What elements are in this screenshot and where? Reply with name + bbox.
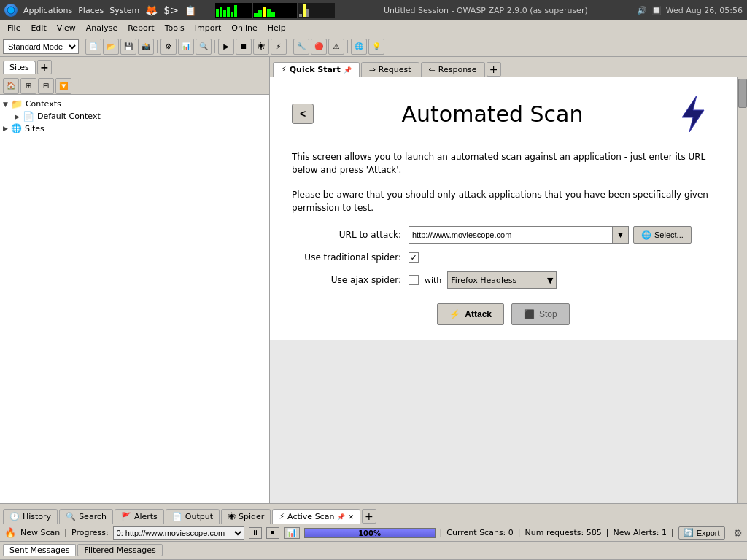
tab-alerts[interactable]: 🚩 Alerts bbox=[115, 509, 164, 524]
tab-search[interactable]: 🔍 Search bbox=[59, 509, 113, 524]
menu-report[interactable]: Report bbox=[123, 22, 158, 34]
response-label: Response bbox=[438, 65, 477, 74]
sent-messages-tab[interactable]: Sent Messages bbox=[3, 544, 76, 556]
top-bar-left: Applications Places System 🦊 $> 📋 bbox=[4, 4, 196, 17]
tab-spider[interactable]: 🕷 Spider bbox=[221, 509, 271, 524]
progress-sep-3: | bbox=[518, 528, 521, 537]
options-btn[interactable]: 🔧 bbox=[293, 39, 309, 55]
session-props-btn[interactable]: ⚙ bbox=[160, 39, 177, 55]
tree-sites[interactable]: ▶ 🌐 Sites bbox=[3, 122, 266, 134]
places-menu[interactable]: Places bbox=[78, 6, 104, 15]
ajax-spider-checkbox[interactable] bbox=[409, 275, 419, 285]
contexts-folder-icon: 📁 bbox=[11, 98, 23, 109]
stop-btn-label: Stop bbox=[539, 309, 557, 319]
tab-history[interactable]: 🕐 History bbox=[3, 509, 58, 524]
ajax-spider-btn[interactable]: ⚡ bbox=[271, 39, 287, 55]
home-btn[interactable]: 🏠 bbox=[3, 78, 19, 94]
pause-btn[interactable]: ⏸ bbox=[249, 527, 262, 539]
scrollbar-thumb[interactable] bbox=[738, 79, 747, 108]
active-scan-btn[interactable]: ▶ bbox=[218, 39, 234, 55]
tab-active-scan[interactable]: ⚡ Active Scan 📌 ✕ bbox=[272, 509, 360, 524]
output-label: Output bbox=[185, 512, 213, 521]
applications-menu[interactable]: Applications bbox=[23, 6, 72, 15]
default-context-expand-icon: ▶ bbox=[15, 113, 20, 120]
traditional-spider-row: Use traditional spider: bbox=[292, 252, 715, 262]
traditional-spider-checkbox[interactable] bbox=[409, 252, 419, 262]
new-session-btn[interactable]: 📄 bbox=[85, 39, 101, 55]
progress-sep-5: | bbox=[671, 528, 674, 537]
app-icon bbox=[4, 4, 18, 17]
snapshot-btn[interactable]: 📸 bbox=[138, 39, 154, 55]
scan-policy-btn[interactable]: 🔍 bbox=[196, 39, 212, 55]
zap-btn[interactable]: 💡 bbox=[368, 39, 384, 55]
select-button[interactable]: 🌐 Select... bbox=[633, 226, 692, 244]
expand-btn[interactable]: ⊞ bbox=[20, 78, 36, 94]
tree-default-context[interactable]: ▶ 📄 Default Context bbox=[15, 110, 266, 122]
menu-file[interactable]: File bbox=[3, 22, 25, 34]
menu-edit[interactable]: Edit bbox=[26, 22, 50, 34]
active-scan-label: Active Scan bbox=[287, 512, 334, 521]
tree-contexts[interactable]: ▼ 📁 Contexts bbox=[3, 98, 266, 110]
browser-select[interactable]: Firefox Headless ▼ bbox=[447, 271, 557, 289]
filtered-messages-tab[interactable]: Filtered Messages bbox=[77, 544, 162, 556]
url-input[interactable] bbox=[409, 226, 613, 244]
new-scan-btn[interactable]: New Scan bbox=[20, 528, 60, 537]
sites-tab[interactable]: Sites bbox=[3, 61, 36, 74]
spider-btn[interactable]: 🕷 bbox=[253, 39, 269, 55]
add-right-tab-btn[interactable]: + bbox=[487, 62, 501, 77]
menu-view[interactable]: View bbox=[53, 22, 80, 34]
tab-output[interactable]: 📄 Output bbox=[166, 509, 220, 524]
quick-start-pin-icon: 📌 bbox=[344, 66, 352, 74]
mode-select[interactable]: Standard Mode Safe Mode Protected Mode bbox=[3, 39, 79, 54]
export-button[interactable]: 🔄 Export bbox=[678, 526, 725, 540]
attack-btn-label: Attack bbox=[465, 309, 492, 319]
context-btn[interactable]: 📊 bbox=[178, 39, 194, 55]
scan-url-select[interactable]: 0: http://www.moviescope.com bbox=[113, 526, 244, 540]
right-scrollbar[interactable] bbox=[737, 77, 747, 503]
menu-online[interactable]: Online bbox=[227, 22, 261, 34]
tab-request[interactable]: ⇒ Request bbox=[361, 62, 419, 77]
history-label: History bbox=[23, 512, 51, 521]
collapse-btn[interactable]: ⊟ bbox=[38, 78, 54, 94]
system-menu[interactable]: System bbox=[109, 6, 139, 15]
menu-import[interactable]: Import bbox=[190, 22, 226, 34]
tab-quick-start[interactable]: ⚡ Quick Start 📌 bbox=[273, 62, 360, 77]
active-scan-close-icon[interactable]: ✕ bbox=[348, 513, 354, 521]
menu-help[interactable]: Help bbox=[263, 22, 290, 34]
progress-bar-row: 🔥 New Scan | Progress: 0: http://www.mov… bbox=[0, 524, 747, 542]
save-session-btn[interactable]: 💾 bbox=[120, 39, 136, 55]
files-icon[interactable]: 📋 bbox=[185, 5, 196, 16]
progress-track: 100% bbox=[304, 528, 436, 538]
add-bottom-tab-btn[interactable]: + bbox=[362, 509, 376, 524]
menu-tools[interactable]: Tools bbox=[160, 22, 189, 34]
alerts-btn[interactable]: ⚠ bbox=[328, 39, 344, 55]
firefox-icon[interactable]: 🦊 bbox=[145, 4, 158, 16]
alerts-label: Alerts bbox=[134, 512, 158, 521]
quick-start-icon: ⚡ bbox=[281, 65, 287, 74]
back-button[interactable]: < bbox=[292, 104, 314, 124]
break-btn[interactable]: 🔴 bbox=[311, 39, 327, 55]
url-dropdown-btn[interactable]: ▼ bbox=[613, 226, 629, 244]
attack-button[interactable]: ⚡ Attack bbox=[437, 303, 504, 325]
attack-lightning-icon: ⚡ bbox=[449, 309, 460, 319]
progress-sep-4: | bbox=[606, 528, 609, 537]
tab-response[interactable]: ⇐ Response bbox=[421, 62, 485, 77]
stop-button[interactable]: ⬛ Stop bbox=[511, 303, 570, 325]
stop-sm-btn[interactable]: ⏹ bbox=[266, 527, 279, 539]
ajax-label: Use ajax spider: bbox=[292, 275, 409, 285]
settings-gear-icon[interactable]: ⚙ bbox=[733, 527, 743, 539]
scan-options-btn[interactable]: 📊 bbox=[284, 527, 300, 539]
right-panel: ⚡ Quick Start 📌 ⇒ Request ⇐ Response + < bbox=[270, 57, 747, 503]
filter-btn[interactable]: 🔽 bbox=[55, 78, 71, 94]
open-session-btn[interactable]: 📂 bbox=[103, 39, 119, 55]
active-scan-pin-icon: 📌 bbox=[337, 513, 345, 521]
browser-btn[interactable]: 🌐 bbox=[351, 39, 367, 55]
ajax-spider-row: Use ajax spider: with Firefox Headless ▼ bbox=[292, 271, 715, 289]
add-sites-tab-btn[interactable]: + bbox=[37, 60, 52, 74]
terminal-icon[interactable]: $> bbox=[163, 4, 179, 16]
menu-analyse[interactable]: Analyse bbox=[82, 22, 122, 34]
svg-point-0 bbox=[7, 7, 15, 14]
sites-globe-icon: 🌐 bbox=[11, 123, 22, 133]
stop-btn[interactable]: ⏹ bbox=[236, 39, 252, 55]
main-area: Sites + 🏠 ⊞ ⊟ 🔽 ▼ 📁 Contexts ▶ 📄 Default… bbox=[0, 57, 747, 503]
